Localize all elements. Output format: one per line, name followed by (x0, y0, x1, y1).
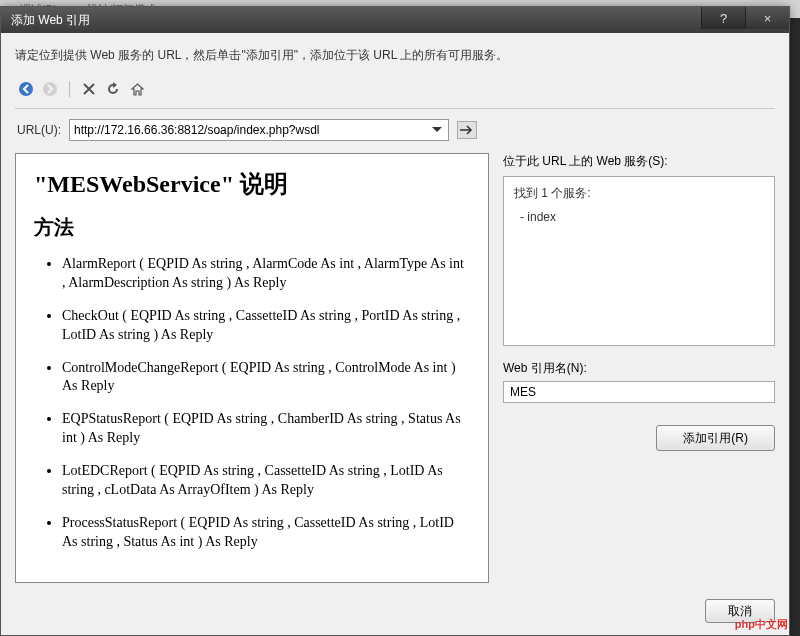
service-list-item[interactable]: - index (514, 210, 764, 224)
go-button[interactable] (457, 121, 477, 139)
svg-point-0 (19, 82, 33, 96)
add-web-reference-dialog: 添加 Web 引用 ? × 请定位到提供 Web 服务的 URL，然后单击"添加… (0, 6, 790, 636)
methods-heading: 方法 (34, 214, 470, 241)
method-item: EQPStatusReport ( EQPID As string , Cham… (62, 410, 470, 448)
service-title: "MESWebService" 说明 (34, 168, 470, 200)
nav-toolbar (15, 76, 775, 109)
url-input[interactable] (74, 123, 430, 137)
forward-icon (41, 80, 59, 98)
chevron-down-icon[interactable] (430, 120, 444, 140)
back-icon[interactable] (17, 80, 35, 98)
services-listbox[interactable]: 找到 1 个服务: - index (503, 176, 775, 346)
service-description-pane[interactable]: "MESWebService" 说明 方法 AlarmReport ( EQPI… (15, 153, 489, 583)
method-item: ProcessStatusReport ( EQPID As string , … (62, 514, 470, 552)
home-icon[interactable] (128, 80, 146, 98)
method-item: AlarmReport ( EQPID As string , AlarmCod… (62, 255, 470, 293)
method-item: ControlModeChangeReport ( EQPID As strin… (62, 359, 470, 397)
titlebar: 添加 Web 引用 ? × (1, 7, 789, 33)
services-label: 位于此 URL 上的 Web 服务(S): (503, 153, 775, 170)
dialog-title: 添加 Web 引用 (11, 12, 90, 29)
method-item: CheckOut ( EQPID As string , CassetteID … (62, 307, 470, 345)
stop-icon[interactable] (80, 80, 98, 98)
url-combobox[interactable] (69, 119, 449, 141)
ref-name-input[interactable] (503, 381, 775, 403)
close-button[interactable]: × (745, 7, 789, 29)
help-button[interactable]: ? (701, 7, 745, 29)
dialog-footer: 取消 (1, 591, 789, 635)
add-reference-button[interactable]: 添加引用(R) (656, 425, 775, 451)
refresh-icon[interactable] (104, 80, 122, 98)
url-label: URL(U): (17, 123, 61, 137)
methods-list: AlarmReport ( EQPID As string , AlarmCod… (34, 255, 470, 552)
method-item: LotEDCReport ( EQPID As string , Cassett… (62, 462, 470, 500)
svg-point-1 (43, 82, 57, 96)
url-row: URL(U): (15, 109, 775, 153)
watermark: php中文网 (735, 617, 788, 632)
instruction-text: 请定位到提供 Web 服务的 URL，然后单击"添加引用"，添加位于该 URL … (15, 47, 775, 64)
services-found-text: 找到 1 个服务: (514, 185, 764, 202)
ref-name-label: Web 引用名(N): (503, 360, 775, 377)
toolbar-separator (69, 81, 70, 97)
services-panel: 位于此 URL 上的 Web 服务(S): 找到 1 个服务: - index … (503, 153, 775, 583)
